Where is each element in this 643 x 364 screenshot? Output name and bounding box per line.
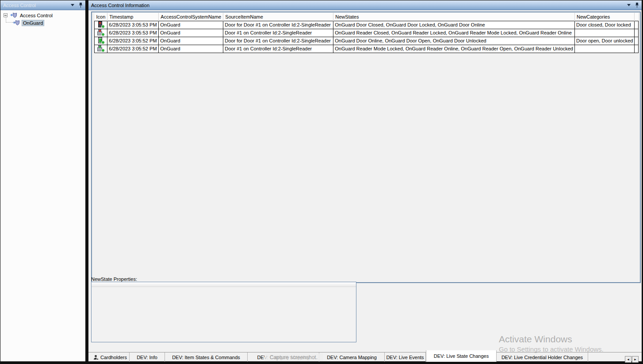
cell-blank bbox=[635, 29, 639, 37]
cell-system: OnGuard bbox=[159, 37, 223, 45]
activate-windows-watermark-subtitle: Go to Settings to activate Windows. bbox=[499, 345, 604, 353]
cell-timestamp: 6/28/2023 3:05:53 PM bbox=[107, 29, 159, 37]
tab-scroll-left-icon[interactable]: ◄ bbox=[625, 356, 632, 363]
cell-blank bbox=[635, 37, 639, 45]
newstate-properties-label: NewState Properties: bbox=[91, 276, 137, 282]
table-row[interactable]: 6/28/2023 3:05:53 PM OnGuard Door for Do… bbox=[95, 21, 639, 29]
cell-newcategories bbox=[575, 29, 635, 37]
tab-scroll-right-icon[interactable]: ► bbox=[632, 356, 639, 363]
cell-blank bbox=[635, 21, 639, 29]
tab-label: DEV: Live Events bbox=[386, 355, 424, 360]
tab-label: DEV: Info bbox=[137, 355, 157, 360]
column-header-systemname[interactable]: AccessControlSystemName bbox=[159, 13, 223, 21]
capture-screenshot-tooltip: Capture screenshot. bbox=[264, 353, 323, 361]
cell-source: Door for Door #1 on Controller Id:2-Sing… bbox=[223, 21, 333, 29]
properties-header-strip bbox=[92, 282, 356, 287]
tree-connector-line bbox=[6, 16, 15, 23]
tab-scroll-buttons: ◄ ► bbox=[625, 356, 639, 363]
tab-label: DEV: Item States & Commands bbox=[172, 355, 240, 360]
tree-node-label[interactable]: Access Control bbox=[19, 13, 54, 18]
activate-windows-watermark: Activate Windows bbox=[499, 334, 572, 345]
cell-newstates: OnGuard Reader Closed, OnGuard Reader Lo… bbox=[333, 29, 575, 37]
cell-source: Door #1 on Controller Id:2-SingleReader bbox=[223, 45, 333, 53]
tab-dev-item-states-commands[interactable]: DEV: Item States & Commands bbox=[165, 353, 248, 362]
cell-source: Door #1 on Controller Id:2-SingleReader bbox=[223, 29, 333, 37]
pin-icon[interactable] bbox=[79, 3, 83, 8]
door-closed-status-icon bbox=[97, 21, 105, 28]
table-header-row: Icon Timestamp AccessControlSystemName S… bbox=[95, 13, 639, 21]
bottom-tab-strip: Cardholders DEV: Info DEV: Item States &… bbox=[88, 352, 642, 361]
table-row[interactable]: 6/28/2023 3:05:52 PM OnGuard Door #1 on … bbox=[95, 45, 639, 53]
column-header-sourceitemname[interactable]: SourceItemName bbox=[223, 13, 333, 21]
door-open-status-icon bbox=[97, 37, 105, 44]
tab-label: DEV: Camera Mapping bbox=[327, 355, 377, 360]
newstate-properties-box[interactable] bbox=[91, 282, 356, 342]
cell-system: OnGuard bbox=[159, 21, 223, 29]
tab-dev-live-credential-holder-changes[interactable]: DEV: Live Credential Holder Changes bbox=[497, 353, 588, 362]
cell-newcategories: Door open, Door unlocked bbox=[575, 37, 635, 45]
reader-locked-status-icon bbox=[97, 29, 105, 36]
events-table-container: Icon Timestamp AccessControlSystemName S… bbox=[91, 11, 641, 283]
tree-node-onguard[interactable]: OnGuard bbox=[0, 19, 85, 27]
cell-system: OnGuard bbox=[159, 29, 223, 37]
tab-label: DEV: Live Credential Holder Changes bbox=[501, 355, 583, 360]
main-panel-title: Access Control Information bbox=[91, 3, 627, 8]
column-header-blank bbox=[635, 13, 639, 21]
tab-dev-info[interactable]: DEV: Info bbox=[130, 353, 165, 362]
tab-cardholders[interactable]: Cardholders bbox=[91, 353, 130, 362]
access-control-pane-header: Access Control bbox=[0, 0, 85, 10]
access-control-tree: Access Control OnGuard bbox=[0, 10, 85, 27]
events-table: Icon Timestamp AccessControlSystemName S… bbox=[94, 13, 639, 53]
cell-newstates: OnGuard Door Online, OnGuard Door Open, … bbox=[333, 37, 575, 45]
column-header-timestamp[interactable]: Timestamp bbox=[107, 13, 159, 21]
cell-newstates: OnGuard Door Closed, OnGuard Door Locked… bbox=[333, 21, 575, 29]
application-window: Access Control Access Control bbox=[0, 0, 643, 364]
cell-newcategories: Door closed, Door locked bbox=[575, 21, 635, 29]
chevron-down-icon[interactable] bbox=[627, 4, 631, 6]
column-header-newstates[interactable]: NewStates bbox=[333, 13, 575, 21]
tab-dev-live-state-changes[interactable]: DEV: Live State Changes bbox=[426, 350, 497, 362]
tab-dev-camera-mapping[interactable]: DEV: Camera Mapping bbox=[319, 353, 385, 362]
table-row[interactable]: 6/28/2023 3:05:52 PM OnGuard Door for Do… bbox=[95, 37, 639, 45]
person-icon bbox=[93, 355, 99, 360]
table-row[interactable]: 6/28/2023 3:05:53 PM OnGuard Door #1 on … bbox=[95, 29, 639, 37]
tab-label: Cardholders bbox=[100, 355, 127, 360]
column-header-newcategories[interactable]: NewCategories bbox=[575, 13, 635, 21]
cell-newstates: OnGuard Reader Mode Locked, OnGuard Read… bbox=[333, 45, 575, 53]
pin-icon[interactable] bbox=[635, 3, 639, 8]
main-panel-header: Access Control Information bbox=[88, 0, 642, 10]
pane-title: Access Control bbox=[3, 3, 71, 8]
cell-source: Door for Door #1 on Controller Id:2-Sing… bbox=[223, 37, 333, 45]
reader-unlocked-status-icon bbox=[97, 45, 105, 52]
access-control-pane: Access Control Access Control bbox=[0, 0, 85, 361]
cell-timestamp: 6/28/2023 3:05:53 PM bbox=[107, 21, 159, 29]
cell-timestamp: 6/28/2023 3:05:52 PM bbox=[107, 45, 159, 53]
cell-system: OnGuard bbox=[159, 45, 223, 53]
tab-label: DEV: Live State Changes bbox=[434, 353, 489, 359]
tree-node-label[interactable]: OnGuard bbox=[22, 20, 44, 26]
chevron-down-icon[interactable] bbox=[71, 4, 74, 6]
cell-blank bbox=[635, 45, 639, 53]
access-control-information-panel: Access Control Information Icon Timestam… bbox=[88, 0, 642, 361]
cell-newcategories bbox=[575, 45, 635, 53]
column-header-icon[interactable]: Icon bbox=[95, 13, 107, 21]
tab-dev-live-events[interactable]: DEV: Live Events bbox=[385, 353, 426, 362]
cell-timestamp: 6/28/2023 3:05:52 PM bbox=[107, 37, 159, 45]
